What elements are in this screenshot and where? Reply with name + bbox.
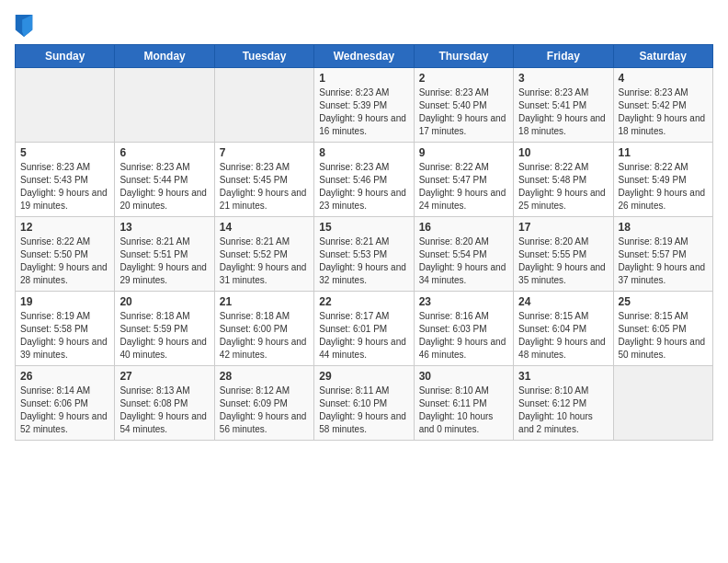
day-number: 18 [619,221,708,234]
day-header-wednesday: Wednesday [314,45,414,68]
week-row-1: 1Sunrise: 8:23 AM Sunset: 5:39 PM Daylig… [16,68,713,143]
day-info: Sunrise: 8:23 AM Sunset: 5:40 PM Dayligh… [419,86,508,138]
day-number: 5 [20,146,109,159]
logo [15,15,37,37]
day-cell-6: 6Sunrise: 8:23 AM Sunset: 5:44 PM Daylig… [115,143,214,217]
day-info: Sunrise: 8:23 AM Sunset: 5:46 PM Dayligh… [319,161,408,213]
day-info: Sunrise: 8:19 AM Sunset: 5:57 PM Dayligh… [619,236,708,287]
day-number: 24 [518,295,608,308]
day-info: Sunrise: 8:23 AM Sunset: 5:39 PM Dayligh… [319,86,408,138]
day-info: Sunrise: 8:18 AM Sunset: 5:59 PM Dayligh… [119,310,209,362]
day-cell-13: 13Sunrise: 8:21 AM Sunset: 5:51 PM Dayli… [115,217,214,292]
day-info: Sunrise: 8:23 AM Sunset: 5:43 PM Dayligh… [20,161,109,213]
day-header-monday: Monday [115,45,214,68]
day-number: 17 [518,221,608,234]
day-number: 29 [319,370,408,383]
day-number: 6 [119,146,209,159]
week-row-5: 26Sunrise: 8:14 AM Sunset: 6:06 PM Dayli… [16,366,713,441]
logo-icon [15,15,33,37]
empty-cell [613,366,712,441]
day-cell-11: 11Sunrise: 8:22 AM Sunset: 5:49 PM Dayli… [613,143,712,217]
day-cell-31: 31Sunrise: 8:10 AM Sunset: 6:12 PM Dayli… [514,366,613,441]
day-cell-3: 3Sunrise: 8:23 AM Sunset: 5:41 PM Daylig… [514,68,613,143]
day-cell-7: 7Sunrise: 8:23 AM Sunset: 5:45 PM Daylig… [214,143,313,217]
day-info: Sunrise: 8:10 AM Sunset: 6:11 PM Dayligh… [419,385,508,436]
day-info: Sunrise: 8:21 AM Sunset: 5:51 PM Dayligh… [119,236,209,287]
day-cell-12: 12Sunrise: 8:22 AM Sunset: 5:50 PM Dayli… [16,217,115,292]
day-info: Sunrise: 8:10 AM Sunset: 6:12 PM Dayligh… [518,385,608,436]
day-header-friday: Friday [514,45,613,68]
week-row-3: 12Sunrise: 8:22 AM Sunset: 5:50 PM Dayli… [16,217,713,292]
day-info: Sunrise: 8:18 AM Sunset: 6:00 PM Dayligh… [220,310,309,362]
day-cell-4: 4Sunrise: 8:23 AM Sunset: 5:42 PM Daylig… [613,68,712,143]
day-number: 16 [419,221,508,234]
day-info: Sunrise: 8:23 AM Sunset: 5:44 PM Dayligh… [119,161,209,213]
day-number: 31 [518,370,608,383]
days-header-row: SundayMondayTuesdayWednesdayThursdayFrid… [16,45,713,68]
day-cell-2: 2Sunrise: 8:23 AM Sunset: 5:40 PM Daylig… [414,68,513,143]
page-header [15,15,713,37]
day-number: 11 [619,146,708,159]
day-number: 25 [619,295,708,308]
day-cell-15: 15Sunrise: 8:21 AM Sunset: 5:53 PM Dayli… [314,217,414,292]
day-cell-26: 26Sunrise: 8:14 AM Sunset: 6:06 PM Dayli… [16,366,115,441]
day-number: 27 [119,370,209,383]
day-cell-19: 19Sunrise: 8:19 AM Sunset: 5:58 PM Dayli… [16,292,115,366]
day-number: 12 [20,221,109,234]
day-number: 26 [20,370,109,383]
day-info: Sunrise: 8:17 AM Sunset: 6:01 PM Dayligh… [319,310,408,362]
day-info: Sunrise: 8:14 AM Sunset: 6:06 PM Dayligh… [20,385,109,436]
day-number: 13 [119,221,209,234]
day-number: 30 [419,370,508,383]
day-number: 28 [220,370,309,383]
day-number: 8 [319,146,408,159]
day-number: 3 [518,72,608,85]
day-info: Sunrise: 8:22 AM Sunset: 5:47 PM Dayligh… [419,161,508,213]
day-number: 23 [419,295,508,308]
day-cell-18: 18Sunrise: 8:19 AM Sunset: 5:57 PM Dayli… [613,217,712,292]
day-info: Sunrise: 8:11 AM Sunset: 6:10 PM Dayligh… [319,385,408,436]
day-number: 1 [319,72,408,85]
day-info: Sunrise: 8:16 AM Sunset: 6:03 PM Dayligh… [419,310,508,362]
day-number: 7 [220,146,309,159]
day-info: Sunrise: 8:20 AM Sunset: 5:55 PM Dayligh… [518,236,608,287]
week-row-2: 5Sunrise: 8:23 AM Sunset: 5:43 PM Daylig… [16,143,713,217]
day-number: 15 [319,221,408,234]
day-cell-23: 23Sunrise: 8:16 AM Sunset: 6:03 PM Dayli… [414,292,513,366]
day-header-sunday: Sunday [16,45,115,68]
day-cell-30: 30Sunrise: 8:10 AM Sunset: 6:11 PM Dayli… [414,366,513,441]
day-cell-17: 17Sunrise: 8:20 AM Sunset: 5:55 PM Dayli… [514,217,613,292]
day-info: Sunrise: 8:22 AM Sunset: 5:48 PM Dayligh… [518,161,608,213]
day-cell-10: 10Sunrise: 8:22 AM Sunset: 5:48 PM Dayli… [514,143,613,217]
day-info: Sunrise: 8:20 AM Sunset: 5:54 PM Dayligh… [419,236,508,287]
day-cell-9: 9Sunrise: 8:22 AM Sunset: 5:47 PM Daylig… [414,143,513,217]
day-cell-20: 20Sunrise: 8:18 AM Sunset: 5:59 PM Dayli… [115,292,214,366]
day-cell-28: 28Sunrise: 8:12 AM Sunset: 6:09 PM Dayli… [214,366,313,441]
day-info: Sunrise: 8:23 AM Sunset: 5:45 PM Dayligh… [220,161,309,213]
day-cell-22: 22Sunrise: 8:17 AM Sunset: 6:01 PM Dayli… [314,292,414,366]
day-number: 20 [119,295,209,308]
day-cell-25: 25Sunrise: 8:15 AM Sunset: 6:05 PM Dayli… [613,292,712,366]
day-info: Sunrise: 8:15 AM Sunset: 6:05 PM Dayligh… [619,310,708,362]
day-cell-14: 14Sunrise: 8:21 AM Sunset: 5:52 PM Dayli… [214,217,313,292]
day-cell-5: 5Sunrise: 8:23 AM Sunset: 5:43 PM Daylig… [16,143,115,217]
empty-cell [16,68,115,143]
day-header-tuesday: Tuesday [214,45,313,68]
day-number: 21 [220,295,309,308]
day-info: Sunrise: 8:21 AM Sunset: 5:53 PM Dayligh… [319,236,408,287]
day-header-saturday: Saturday [613,45,712,68]
day-cell-24: 24Sunrise: 8:15 AM Sunset: 6:04 PM Dayli… [514,292,613,366]
day-info: Sunrise: 8:13 AM Sunset: 6:08 PM Dayligh… [119,385,209,436]
week-row-4: 19Sunrise: 8:19 AM Sunset: 5:58 PM Dayli… [16,292,713,366]
day-cell-21: 21Sunrise: 8:18 AM Sunset: 6:00 PM Dayli… [214,292,313,366]
day-info: Sunrise: 8:22 AM Sunset: 5:49 PM Dayligh… [619,161,708,213]
day-number: 10 [518,146,608,159]
day-number: 2 [419,72,508,85]
day-cell-16: 16Sunrise: 8:20 AM Sunset: 5:54 PM Dayli… [414,217,513,292]
day-number: 19 [20,295,109,308]
day-cell-27: 27Sunrise: 8:13 AM Sunset: 6:08 PM Dayli… [115,366,214,441]
day-number: 14 [220,221,309,234]
day-info: Sunrise: 8:23 AM Sunset: 5:41 PM Dayligh… [518,86,608,138]
empty-cell [115,68,214,143]
day-number: 4 [619,72,708,85]
